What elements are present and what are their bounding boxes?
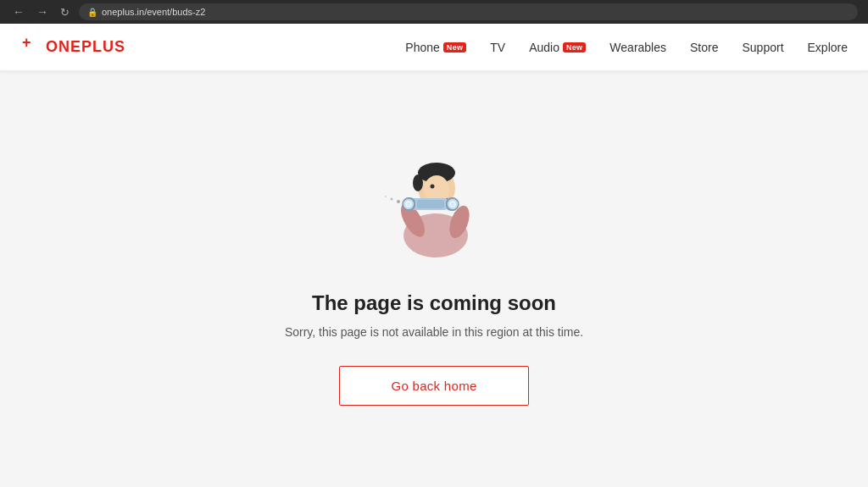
lock-icon: 🔒: [87, 8, 97, 17]
url-text: oneplus.in/event/buds-z2: [102, 7, 205, 17]
go-home-button[interactable]: Go back home: [339, 366, 528, 406]
nav-label-phone: Phone: [405, 41, 439, 54]
svg-point-22: [385, 196, 387, 197]
oneplus-logo-icon: [20, 38, 39, 57]
svg-point-20: [397, 200, 400, 203]
refresh-button[interactable]: ↻: [58, 6, 72, 19]
svg-rect-19: [417, 200, 444, 208]
nav-item-tv[interactable]: TV: [490, 41, 505, 54]
nav-item-explore[interactable]: Explore: [808, 41, 848, 54]
main-content: The page is coming soon Sorry, this page…: [0, 71, 868, 487]
svg-point-6: [413, 174, 423, 191]
nav-label-tv: TV: [490, 41, 505, 54]
nav-label-wearables: Wearables: [609, 41, 666, 54]
error-illustration: [366, 136, 502, 271]
nav-item-support[interactable]: Support: [742, 41, 783, 54]
svg-point-15: [407, 202, 410, 206]
logo[interactable]: ONEPLUS: [20, 38, 125, 57]
address-bar[interactable]: 🔒 oneplus.in/event/buds-z2: [79, 3, 858, 20]
forward-button[interactable]: →: [34, 5, 51, 19]
svg-point-9: [431, 185, 435, 189]
svg-point-21: [391, 198, 393, 201]
back-button[interactable]: ←: [10, 5, 27, 19]
nav-label-store: Store: [690, 41, 718, 54]
nav-label-explore: Explore: [808, 41, 848, 54]
nav-item-store[interactable]: Store: [690, 41, 718, 54]
nav-item-phone[interactable]: Phone New: [405, 41, 466, 54]
nav-menu: Phone New TV Audio New Wearables Store S…: [405, 41, 848, 54]
nav-item-audio[interactable]: Audio New: [529, 41, 586, 54]
error-subtext: Sorry, this page is not available in thi…: [285, 325, 583, 339]
nav-badge-phone: New: [443, 42, 466, 53]
error-heading: The page is coming soon: [312, 291, 556, 315]
logo-text: ONEPLUS: [46, 38, 125, 56]
nav-badge-audio: New: [563, 42, 586, 53]
nav-label-support: Support: [742, 41, 783, 54]
nav-item-wearables[interactable]: Wearables: [609, 41, 666, 54]
navbar: ONEPLUS Phone New TV Audio New Wearables…: [0, 24, 868, 71]
svg-point-18: [451, 202, 454, 206]
browser-chrome: ← → ↻ 🔒 oneplus.in/event/buds-z2: [0, 0, 868, 24]
nav-label-audio: Audio: [529, 41, 559, 54]
